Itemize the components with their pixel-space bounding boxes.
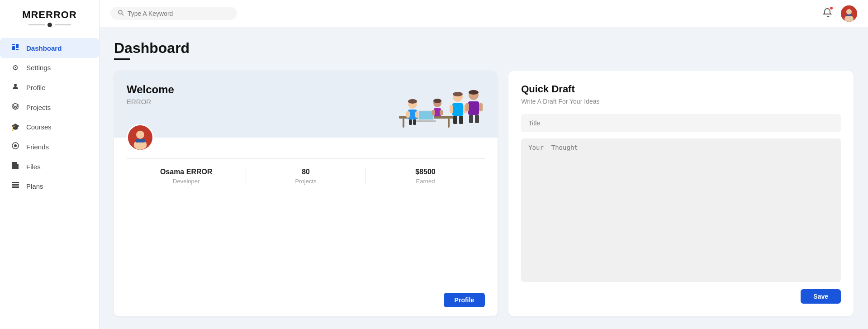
svg-rect-7	[14, 165, 17, 166]
svg-rect-20	[448, 119, 450, 128]
svg-rect-28	[419, 111, 433, 119]
logo-dot	[47, 23, 52, 27]
search-box[interactable]	[110, 7, 237, 20]
sidebar-item-settings[interactable]: ⚙ Settings	[0, 58, 99, 77]
svg-point-47	[433, 99, 441, 103]
profile-btn-row: Profile	[114, 293, 498, 316]
sidebar-item-label-courses: Courses	[26, 123, 52, 131]
projects-icon	[11, 103, 20, 112]
sidebar-item-label-projects: Projects	[26, 104, 51, 111]
svg-point-12	[119, 10, 122, 14]
svg-point-46	[408, 99, 417, 104]
page-title: Dashboard	[114, 40, 854, 57]
profile-icon	[11, 83, 20, 92]
sidebar-item-label-profile: Profile	[26, 84, 46, 91]
welcome-subtitle: ERROR	[127, 98, 174, 105]
settings-icon: ⚙	[11, 63, 20, 72]
notification-button[interactable]	[821, 6, 834, 21]
sidebar-item-label-plans: Plans	[26, 182, 43, 190]
stat-earned: $8500 Earned	[366, 168, 485, 185]
svg-rect-23	[406, 111, 410, 118]
main-area: Dashboard Welcome ERROR	[100, 0, 868, 329]
svg-rect-19	[403, 119, 404, 128]
logo-divider	[28, 23, 71, 27]
sidebar-item-label-settings: Settings	[26, 64, 51, 72]
divider	[127, 158, 485, 159]
plans-icon	[11, 182, 20, 190]
draft-save-row: Save	[521, 289, 841, 304]
svg-point-6	[14, 144, 17, 147]
header-right	[821, 5, 857, 22]
sidebar-item-plans[interactable]: Plans	[0, 176, 99, 195]
search-input[interactable]	[128, 10, 230, 17]
sidebar-item-dashboard[interactable]: Dashboard	[0, 38, 99, 58]
svg-rect-33	[440, 110, 443, 115]
svg-rect-42	[465, 103, 469, 111]
svg-rect-8	[14, 167, 17, 167]
welcome-avatar	[127, 124, 154, 151]
sidebar-item-courses[interactable]: 🎓 Courses	[0, 117, 99, 137]
svg-rect-26	[413, 119, 416, 125]
svg-rect-35	[452, 103, 463, 116]
sidebar-item-files[interactable]: Files	[0, 157, 99, 176]
earned-label: Earned	[366, 178, 485, 185]
welcome-bottom: Osama ERROR Developer 80 Projects $8500 …	[114, 138, 498, 293]
svg-rect-17	[846, 14, 852, 16]
projects-label: Projects	[246, 178, 365, 185]
welcome-text-block: Welcome ERROR	[127, 83, 174, 105]
svg-rect-44	[469, 115, 473, 123]
courses-icon: 🎓	[11, 123, 20, 131]
earned-value: $8500	[366, 168, 485, 176]
stat-projects: 80 Projects	[246, 168, 365, 185]
team-illustration	[385, 83, 485, 129]
svg-rect-29	[416, 120, 436, 122]
svg-point-49	[469, 90, 479, 95]
svg-line-13	[122, 14, 123, 15]
svg-rect-3	[16, 49, 19, 50]
logo-line-left	[28, 24, 45, 25]
sidebar-item-friends[interactable]: Friends	[0, 137, 99, 157]
page-title-underline	[114, 58, 130, 60]
svg-rect-32	[432, 110, 435, 115]
sidebar-item-label-dashboard: Dashboard	[26, 44, 62, 52]
svg-rect-38	[453, 116, 457, 124]
notification-badge	[829, 6, 834, 10]
stats-row: Osama ERROR Developer 80 Projects $8500 …	[127, 168, 485, 185]
svg-rect-41	[468, 101, 479, 115]
draft-thought-textarea[interactable]	[521, 138, 841, 282]
sidebar-item-projects[interactable]: Projects	[0, 97, 99, 117]
sidebar: MRERROR Dashboard ⚙ Settings Profile Pro…	[0, 0, 100, 329]
user-name: Osama ERROR	[127, 168, 246, 176]
profile-button[interactable]: Profile	[444, 293, 485, 307]
logo: MRERROR	[22, 9, 77, 21]
draft-title-input[interactable]	[521, 114, 841, 132]
draft-subtitle: Write A Draft For Your Ideas	[521, 98, 841, 105]
search-icon	[118, 10, 124, 17]
svg-rect-11	[12, 186, 19, 188]
svg-rect-10	[12, 184, 19, 186]
svg-rect-53	[135, 139, 145, 143]
user-role: Developer	[127, 178, 246, 185]
svg-rect-39	[459, 116, 463, 124]
welcome-title: Welcome	[127, 83, 174, 96]
welcome-card: Welcome ERROR	[114, 71, 498, 316]
svg-rect-0	[12, 44, 15, 45]
draft-title: Quick Draft	[521, 83, 841, 95]
logo-line-right	[55, 24, 71, 25]
content-area: Dashboard Welcome ERROR	[100, 27, 868, 329]
friends-icon	[11, 142, 20, 151]
cards-row: Welcome ERROR	[114, 71, 854, 316]
files-icon	[11, 162, 20, 171]
svg-point-51	[136, 131, 144, 139]
user-avatar[interactable]	[841, 5, 857, 22]
projects-value: 80	[246, 168, 365, 176]
header	[100, 0, 868, 27]
svg-rect-1	[12, 46, 15, 50]
stat-name: Osama ERROR Developer	[127, 168, 246, 185]
svg-rect-2	[16, 44, 19, 48]
svg-rect-36	[450, 105, 453, 113]
sidebar-item-label-friends: Friends	[26, 143, 49, 151]
draft-save-button[interactable]: Save	[801, 289, 841, 304]
sidebar-item-label-files: Files	[26, 163, 41, 171]
sidebar-item-profile[interactable]: Profile	[0, 77, 99, 97]
